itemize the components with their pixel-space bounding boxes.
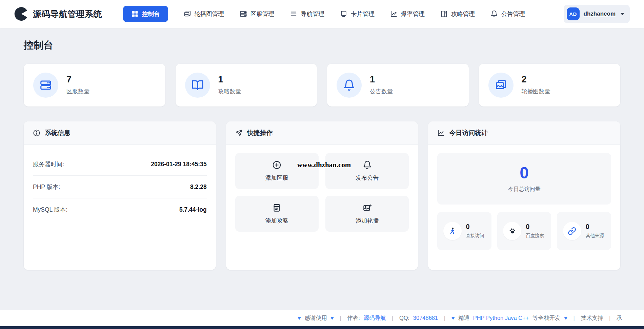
carousel-image-icon: [184, 10, 191, 18]
source-direct: 0 直接访问: [437, 212, 491, 250]
server-icon: [40, 79, 52, 91]
link-icon: [568, 227, 576, 235]
stat-label: 轮播图数量: [522, 88, 550, 95]
panels-row: 系统信息 服务器时间: 2026-01-29 18:45:35 PHP 版本: …: [24, 121, 620, 270]
info-value: 2026-01-29 18:45:35: [151, 161, 206, 168]
username: dhzhancom: [584, 11, 616, 17]
nav-label: 导航管理: [301, 10, 324, 18]
source-other: 0 其他来源: [557, 212, 611, 250]
info-icon: [33, 129, 40, 137]
main-content: 控制台 7 区服数量 1: [0, 28, 644, 310]
total-visits-box: 0 今日总访问量: [437, 153, 611, 205]
open-book-icon: [192, 79, 204, 91]
brand: 源码导航管理系统: [14, 7, 102, 21]
paw-icon: [508, 227, 517, 235]
page-title: 控制台: [24, 39, 620, 52]
heart-icon: ♥: [451, 315, 455, 321]
nav-item-carousel[interactable]: 轮播图管理: [184, 10, 224, 18]
chart-line-icon: [390, 10, 398, 18]
app-logo-icon: [14, 7, 28, 21]
footer-author-link[interactable]: 源码导航: [363, 315, 386, 321]
add-guide-button[interactable]: 添加攻略: [235, 196, 319, 232]
info-value: 5.7.44-log: [179, 206, 207, 213]
system-info-panel: 系统信息 服务器时间: 2026-01-29 18:45:35 PHP 版本: …: [24, 121, 216, 270]
stat-value: 2: [522, 75, 550, 84]
footer-qq-link[interactable]: 30748681: [413, 315, 438, 321]
nav-label: 公告管理: [501, 10, 525, 18]
heart-icon: ♥: [564, 315, 567, 321]
server-icon: [240, 10, 247, 18]
footer-thanks: 感谢使用: [304, 315, 327, 321]
source-label: 百度搜索: [526, 232, 545, 239]
qa-label: 发布公告: [356, 174, 379, 182]
stat-card-carousels: 2 轮播图数量: [479, 64, 621, 107]
main-nav: 控制台 轮播图管理 区服管理 导航管理: [123, 6, 525, 22]
publish-announcement-button[interactable]: 发布公告: [325, 153, 409, 189]
stat-value: 1: [370, 75, 393, 84]
plus-circle-icon: [272, 160, 281, 170]
total-visits-value: 0: [520, 165, 529, 181]
footer-skill-prefix: 精通: [458, 315, 469, 321]
footer-qq-label: QQ:: [399, 315, 409, 321]
add-carousel-button[interactable]: 添加轮播: [325, 196, 409, 232]
footer-dark-strip: [0, 326, 644, 329]
total-visits-label: 今日总访问量: [508, 186, 541, 193]
nav-item-servers[interactable]: 区服管理: [240, 10, 274, 18]
nav-label: 攻略管理: [451, 10, 475, 18]
panel-title: 今日访问统计: [449, 129, 488, 137]
stat-card-announcements: 1 公告数量: [327, 64, 469, 107]
stat-label: 攻略数量: [218, 88, 241, 95]
info-label: MySQL 版本:: [33, 206, 67, 214]
stat-value: 7: [66, 75, 89, 84]
stat-card-guides: 1 攻略数量: [176, 64, 317, 107]
info-row-php-version: PHP 版本: 8.2.28: [33, 176, 207, 198]
stats-row: 7 区服数量 1 攻略数量: [24, 64, 620, 107]
image-plus-icon: [363, 203, 372, 212]
user-menu[interactable]: AD dhzhancom: [564, 5, 630, 23]
footer-trailing: 承: [617, 315, 622, 321]
nav-item-navigation[interactable]: 导航管理: [290, 10, 324, 18]
source-value: 0: [586, 223, 605, 231]
info-value: 8.2.28: [190, 183, 207, 191]
nav-item-announcements[interactable]: 公告管理: [490, 10, 525, 18]
source-value: 0: [466, 223, 486, 231]
source-label: 其他来源: [586, 232, 605, 239]
avatar: AD: [567, 7, 580, 20]
stat-label: 公告数量: [370, 88, 393, 95]
footer-author-label: 作者:: [347, 315, 360, 321]
source-value: 0: [526, 223, 545, 231]
top-navbar: 源码导航管理系统 控制台 轮播图管理: [0, 0, 644, 28]
nav-label: 轮播图管理: [195, 10, 224, 18]
panel-title: 系统信息: [45, 129, 71, 137]
stat-label: 区服数量: [66, 88, 89, 95]
nav-item-dashboard[interactable]: 控制台: [123, 6, 168, 22]
grid-icon: [131, 10, 139, 18]
walker-icon: [448, 227, 457, 235]
footer-skill-suffix: 等全栈开发: [532, 315, 561, 321]
nav-label: 卡片管理: [351, 10, 375, 18]
guide-book-icon: [440, 10, 448, 18]
chevron-down-icon: [620, 13, 624, 15]
bell-icon: [363, 160, 372, 170]
add-server-button[interactable]: 添加区服: [235, 153, 319, 189]
today-stats-panel: 今日访问统计 0 今日总访问量: [428, 121, 620, 270]
heart-icon: ♥: [298, 315, 301, 321]
panel-title: 快捷操作: [247, 129, 273, 137]
rocket-icon: [235, 129, 243, 137]
qa-label: 添加攻略: [265, 217, 288, 225]
journal-icon: [272, 203, 281, 212]
quick-actions-panel: 快捷操作 www.dhzhan.com 添加区服: [226, 121, 418, 270]
footer-support: 技术支持: [581, 315, 603, 321]
info-row-mysql-version: MySQL 版本: 5.7.44-log: [33, 198, 207, 221]
bell-icon: [490, 10, 498, 18]
footer-skills-link[interactable]: PHP Python Java C++: [473, 315, 529, 321]
nav-item-guides[interactable]: 攻略管理: [440, 10, 475, 18]
qa-label: 添加轮播: [356, 217, 379, 225]
bell-icon: [343, 79, 355, 91]
info-label: 服务器时间:: [33, 160, 64, 168]
info-row-server-time: 服务器时间: 2026-01-29 18:45:35: [33, 153, 207, 176]
nav-item-cards[interactable]: 卡片管理: [340, 10, 375, 18]
chart-line-icon: [437, 129, 445, 137]
footer-text: ♥ 感谢使用 ♥ | 作者: 源码导航 | QQ: 30748681 | ♥ 精…: [297, 314, 623, 322]
nav-item-droprate[interactable]: 爆率管理: [390, 10, 425, 18]
